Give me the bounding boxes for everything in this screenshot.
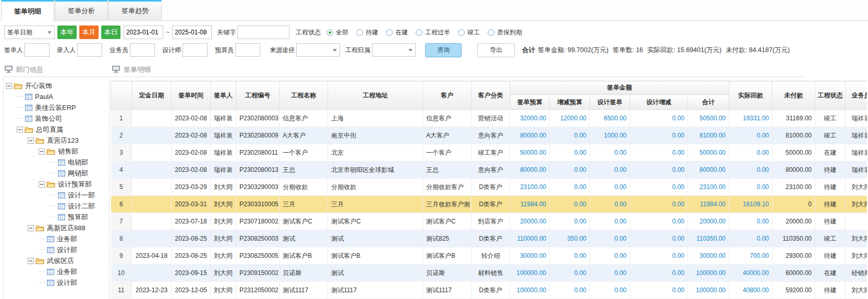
- grid-col-header-design_adj: 设计增减: [630, 95, 688, 110]
- cell-project_name: 一个客户: [280, 144, 328, 161]
- person-filter-label-2: 业务员: [110, 46, 128, 55]
- status-radio-4[interactable]: 竣工: [458, 28, 480, 37]
- expander-icon[interactable]: [39, 148, 45, 155]
- tree-connector-line: [50, 195, 56, 195]
- tree-item-10[interactable]: 设计一部: [4, 190, 109, 201]
- tree-item-6[interactable]: 销售部: [4, 146, 109, 157]
- tree-item-12[interactable]: 预算部: [4, 211, 109, 222]
- expander-icon[interactable]: [6, 83, 12, 89]
- expander-icon[interactable]: [28, 225, 34, 231]
- status-radio-0[interactable]: 全部: [327, 28, 348, 37]
- cell-customer_class: 转介绍: [472, 247, 510, 265]
- expander-icon[interactable]: [28, 258, 34, 264]
- tree-item-5[interactable]: 直营店123: [4, 135, 109, 146]
- person-filter-input-3[interactable]: [183, 43, 208, 57]
- grid-row-4[interactable]: 42023-02-08瑞祥装P2302080013王总北京市朝阳区全球影城王总意…: [111, 161, 867, 179]
- tree-item-11[interactable]: 设计二部: [4, 201, 109, 211]
- person-filter-input-0[interactable]: [25, 43, 50, 57]
- status-radio-3[interactable]: 工程过半: [416, 28, 450, 37]
- cell-customer: 测试1117: [423, 282, 472, 299]
- grid-row-5[interactable]: 52023-03-29刘大同P2303290003分期收款分期收款分期收款客户D…: [111, 179, 867, 196]
- tree-connector-line: [17, 96, 23, 97]
- status-radio-5[interactable]: 质保到期: [488, 28, 522, 37]
- expander-icon[interactable]: [28, 138, 34, 144]
- date-from-input[interactable]: [124, 26, 163, 39]
- expander-icon[interactable]: [39, 181, 45, 188]
- department-tree: 开心装饰PaulA美佳云装ERP装饰公司总司直属直营店123销售部电销部网销部设…: [3, 77, 110, 299]
- export-button[interactable]: 导出: [477, 43, 515, 57]
- cell-design_adj: 0.00: [630, 265, 688, 282]
- cell-project_addr: 测试客户B: [328, 247, 423, 265]
- grid-row-2[interactable]: 22023-02-08瑞祥装P2302080009A大客户南京中街A大客户意向客…: [111, 127, 867, 144]
- tree-item-label: 设计一部: [68, 191, 95, 200]
- cell-sign_time: 2023-02-08: [172, 161, 211, 179]
- tree-item-1[interactable]: PaulA: [4, 91, 109, 102]
- cell-total: 100000.00: [688, 265, 729, 282]
- cell-idx: 4: [111, 161, 132, 179]
- status-radio-1[interactable]: 待建: [356, 28, 378, 37]
- contract-grid-panel: 签单明细 定金日期签单时间签单人工程编号工程名称工程地址客户客户分类签单金额实际…: [110, 61, 868, 299]
- cell-unpaid: 80000.00: [773, 161, 815, 179]
- cell-design_sign: 0.00: [590, 282, 630, 299]
- date-to-input[interactable]: [172, 26, 212, 39]
- tree-item-label: 预算部: [68, 213, 88, 222]
- tree-item-label: 开心装饰: [25, 81, 52, 91]
- person-filter-input-4[interactable]: [235, 43, 260, 57]
- search-button[interactable]: 查询: [425, 43, 462, 57]
- cell-signer: 刘大同: [211, 282, 236, 299]
- cell-project_addr: 测试客户C: [328, 213, 423, 230]
- grid-row-6[interactable]: 62023-03-31刘大同P2303310005三月三月三月收款客户测D类客户…: [111, 196, 867, 213]
- person-filter-fields: 签单人录入人业务员设计师预算员: [4, 43, 268, 57]
- cell-status: 待建: [815, 213, 846, 230]
- tree-item-15[interactable]: 设计部: [4, 244, 109, 255]
- totals-prefix: 合计: [522, 46, 535, 54]
- cell-salesman: 刘大同: [846, 282, 867, 299]
- table-icon: [47, 279, 54, 286]
- this-day-button[interactable]: 本日: [101, 26, 120, 39]
- tab-contract-analysis[interactable]: 签单分析: [55, 0, 108, 20]
- ownership-select[interactable]: [372, 43, 416, 57]
- table-icon: [25, 93, 32, 101]
- tree-item-13[interactable]: 高新区店888: [4, 222, 109, 233]
- grid-row-11[interactable]: 112023-12-232023-12-05刘大同P2312050002测试11…: [111, 282, 867, 299]
- expander-icon[interactable]: [17, 127, 23, 133]
- tree-item-14[interactable]: 业务部: [4, 233, 109, 244]
- cell-salesman: 刘大同: [846, 196, 867, 213]
- tab-contract-detail[interactable]: 签单明细: [1, 0, 54, 21]
- date-field-select[interactable]: 签单日期: [4, 26, 55, 39]
- keyword-input[interactable]: [237, 26, 290, 39]
- tab-contract-trend[interactable]: 签单趋势: [108, 0, 162, 20]
- tree-item-7[interactable]: 电销部: [4, 157, 109, 168]
- grid-row-7[interactable]: 72023-07-18刘大同P2307180002测试客户C测试客户C测试客户C…: [111, 213, 867, 230]
- grid-row-10[interactable]: 102023-09-15刘大同P2309150002贝诺斯测试贝诺斯材料销售10…: [111, 265, 867, 282]
- cell-sign_time: 2023-03-29: [172, 179, 211, 196]
- table-icon: [58, 203, 65, 210]
- tree-item-8[interactable]: 网销部: [4, 168, 109, 179]
- grid-row-8[interactable]: 82023-08-25刘大同P2308250003测试测试测试825D类客户11…: [111, 230, 867, 247]
- cell-total: 81000.00: [688, 127, 729, 144]
- tree-item-0[interactable]: 开心装饰: [4, 80, 109, 91]
- source-select[interactable]: [296, 43, 340, 57]
- tree-item-3[interactable]: 装饰公司: [4, 113, 109, 124]
- tree-item-16[interactable]: 武侯区店: [4, 255, 109, 266]
- cell-signer: 刘大同: [211, 179, 236, 196]
- this-year-button[interactable]: 本年: [57, 26, 77, 39]
- this-month-button[interactable]: 本月: [79, 26, 99, 39]
- cell-design_sign: 0.00: [590, 213, 630, 230]
- person-filter-input-1[interactable]: [77, 43, 102, 57]
- grid-row-9[interactable]: 92023-04-182023-08-25刘大同P2308250005测试客户B…: [111, 247, 867, 265]
- grid-row-3[interactable]: 32023-02-08瑞祥装P2302080011一个客户北京一个客户竣工客户5…: [111, 144, 867, 161]
- status-radio-2[interactable]: 在建: [386, 28, 408, 37]
- tab-strip: 签单明细 签单分析 签单趋势: [0, 0, 868, 21]
- cell-deposit_date: [132, 110, 172, 127]
- tree-item-2[interactable]: 美佳云装ERP: [4, 102, 109, 113]
- tree-item-17[interactable]: 业务部: [4, 266, 109, 277]
- grid-col-header-total: 合计: [688, 95, 729, 110]
- tree-item-label: 电销部: [68, 158, 88, 167]
- tree-item-18[interactable]: 设计部: [4, 277, 109, 288]
- tree-item-9[interactable]: 设计预算部: [4, 179, 109, 190]
- cell-project_no: P2302080009: [236, 127, 280, 144]
- grid-row-1[interactable]: 12023-02-08瑞祥装P2302080003信息客户上海信息客户营销活动3…: [111, 110, 867, 127]
- person-filter-input-2[interactable]: [130, 43, 155, 57]
- tree-item-4[interactable]: 总司直属: [4, 124, 109, 135]
